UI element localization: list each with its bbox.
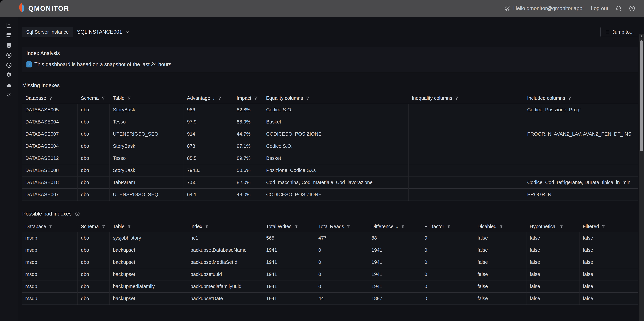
column-header-disabled[interactable]: Disabled	[474, 221, 526, 232]
table-cell: Tesso	[110, 152, 184, 164]
filter-icon[interactable]	[101, 224, 106, 229]
sort-desc-icon[interactable]: ↓	[396, 224, 398, 229]
support-button[interactable]	[615, 5, 622, 11]
column-header-total-writes[interactable]: Total Writes	[263, 221, 315, 232]
jump-to-button[interactable]: Jump to...	[600, 27, 638, 37]
filter-icon[interactable]	[454, 96, 459, 100]
filter-icon[interactable]	[101, 96, 106, 100]
column-header-index[interactable]: Index	[187, 221, 263, 232]
table-cell	[408, 152, 524, 164]
filter-icon[interactable]	[127, 96, 131, 100]
column-header-filtered[interactable]: Filtered	[579, 221, 638, 232]
table-cell: backupset	[110, 268, 187, 281]
sidebar-item-gear[interactable]	[5, 72, 13, 78]
table-cell	[524, 140, 638, 152]
table-cell: 0	[315, 244, 368, 256]
table-row: msdbdbosysjobhistorync1565477880falsefal…	[22, 232, 638, 244]
sidebar-item-bar-chart[interactable]	[5, 22, 13, 28]
instance-value-text: SQLINSTANCE001	[77, 29, 122, 35]
column-header-equality-columns[interactable]: Equality columns	[263, 93, 408, 104]
sort-desc-icon[interactable]: ↓	[213, 96, 215, 101]
sidebar-item-clock[interactable]	[5, 62, 13, 68]
table-cell: false	[474, 281, 526, 293]
missing-indexes-title: Missing Indexes	[22, 82, 638, 88]
filter-icon[interactable]	[127, 224, 131, 229]
column-header-total-reads[interactable]: Total Reads	[315, 221, 368, 232]
table-cell: false	[526, 281, 579, 293]
table-cell: 0	[315, 256, 368, 268]
filter-icon[interactable]	[568, 96, 572, 100]
column-header-impact[interactable]: Impact	[233, 93, 263, 104]
filter-icon[interactable]	[294, 224, 298, 229]
headset-icon	[615, 5, 622, 11]
sidebar-item-swap-arrows[interactable]	[5, 92, 13, 98]
column-header-advantage[interactable]: Advantage↓	[184, 93, 233, 104]
filter-icon[interactable]	[305, 96, 310, 100]
column-header-hypothetical[interactable]: Hypothetical	[526, 221, 579, 232]
table-cell: 82.8%	[233, 104, 263, 116]
filter-icon[interactable]	[602, 224, 606, 229]
table-cell: false	[526, 244, 579, 256]
table-cell	[408, 188, 524, 201]
filter-icon[interactable]	[218, 96, 222, 100]
column-header-included-columns[interactable]: Included columns	[524, 93, 638, 104]
filter-icon[interactable]	[48, 96, 53, 100]
instance-picker-label: Sql Server Instance	[22, 27, 73, 37]
table-cell: false	[579, 244, 638, 256]
filter-icon[interactable]	[48, 224, 53, 229]
sidebar-item-circle-dot[interactable]	[5, 52, 13, 58]
scrollbar-thumb[interactable]	[640, 40, 643, 151]
sidebar-nav	[0, 17, 18, 321]
table-cell	[408, 164, 524, 176]
filter-icon[interactable]	[401, 224, 405, 229]
logout-link[interactable]: Log out	[591, 5, 608, 11]
column-header-table[interactable]: Table	[110, 221, 187, 232]
vertical-scrollbar[interactable]	[639, 34, 644, 321]
column-header-table[interactable]: Table	[110, 93, 184, 104]
table-cell: dbo	[78, 116, 110, 128]
info-circle-icon[interactable]	[75, 211, 80, 216]
sidebar-item-crown[interactable]	[5, 82, 13, 88]
panel-note: i This dashboard is based on a snapshot …	[26, 61, 634, 67]
table-cell: msdb	[22, 281, 78, 293]
column-header-inequality-columns[interactable]: Inequality columns	[408, 93, 524, 104]
table-cell: dbo	[78, 268, 110, 281]
table-cell: false	[579, 232, 638, 244]
table-cell: Basket	[263, 152, 408, 164]
column-header-schema[interactable]: Schema	[78, 93, 110, 104]
help-button[interactable]	[629, 5, 635, 11]
filter-icon[interactable]	[346, 224, 351, 229]
table-cell: 44	[315, 293, 368, 305]
table-cell: backupset	[110, 256, 187, 268]
filter-icon[interactable]	[499, 224, 504, 229]
filter-icon[interactable]	[559, 224, 564, 229]
column-header-database[interactable]: Database	[22, 221, 78, 232]
instance-picker-value[interactable]: SQLINSTANCE001	[73, 27, 134, 37]
sidebar-item-database[interactable]	[5, 42, 13, 48]
table-cell: StoryBask	[110, 140, 184, 152]
clock-icon	[6, 62, 12, 68]
instance-picker: Sql Server Instance SQLINSTANCE001	[22, 27, 134, 37]
user-greeting: Hello qmonitor@qmonitor.app!	[504, 5, 584, 11]
table-cell	[524, 152, 638, 164]
sidebar-item-server[interactable]	[5, 32, 13, 38]
table-cell: DATABASE008	[22, 164, 78, 176]
column-header-fill-factor[interactable]: Fill factor	[421, 221, 474, 232]
gear-icon	[6, 72, 12, 78]
filter-icon[interactable]	[446, 224, 451, 229]
brand[interactable]: QMONITOR	[18, 2, 69, 15]
table-cell: sysjobhistory	[110, 232, 187, 244]
column-header-database[interactable]: Database	[22, 93, 78, 104]
table-cell: 7.55	[184, 176, 233, 188]
table-cell: 0	[421, 244, 474, 256]
table-cell: backupset	[110, 244, 187, 256]
column-header-difference[interactable]: Difference↓	[368, 221, 421, 232]
filter-icon[interactable]	[254, 96, 258, 100]
column-header-schema[interactable]: Schema	[78, 221, 110, 232]
table-cell: Basket	[263, 116, 408, 128]
table-cell: Tesso	[110, 116, 184, 128]
filter-icon[interactable]	[204, 224, 209, 229]
scroll-up-arrow[interactable]	[640, 35, 643, 37]
qmonitor-logo-icon	[18, 2, 25, 15]
table-cell: 50.6%	[233, 164, 263, 176]
